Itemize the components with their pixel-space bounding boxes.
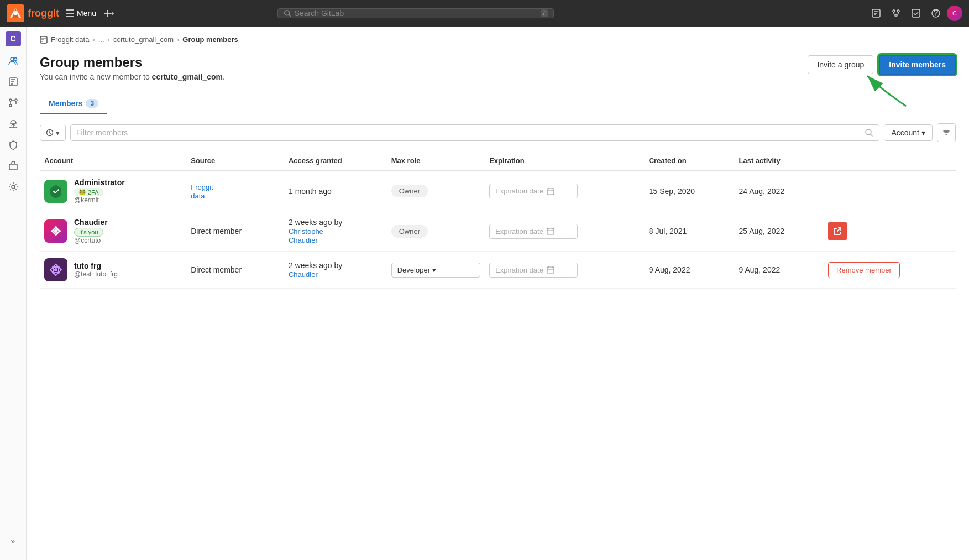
expiration-input-tuto[interactable]: Expiration date	[489, 263, 578, 278]
action-cell-tuto: Remove member	[824, 252, 956, 289]
sidebar-item-packages[interactable]	[3, 156, 23, 176]
member-account-cell: Chaudier It's you @ccrtuto	[40, 211, 186, 252]
action-cell-chaudier	[824, 211, 956, 252]
col-account: Account	[40, 151, 186, 171]
filter-search-box[interactable]	[70, 124, 879, 141]
remove-member-button[interactable]: Remove member	[828, 262, 900, 278]
header-actions-wrapper: Invite a group Invite members	[808, 55, 956, 75]
tabs: Members 3	[40, 95, 956, 114]
snippet-icon[interactable]	[867, 4, 885, 22]
member-info: tuto frg @test_tuto_frg	[44, 258, 182, 281]
col-max-role: Max role	[387, 151, 485, 171]
svg-point-12	[9, 99, 12, 101]
page-header-left: Group members You can invite a new membe…	[40, 55, 225, 81]
svg-point-4	[893, 10, 895, 12]
table-row: Administrator 🐸 2FA @kermit Frogg	[40, 171, 956, 211]
invite-group-button[interactable]: Invite a group	[808, 55, 873, 74]
role-dropdown-label-tuto: Developer	[397, 266, 430, 274]
member-info: Administrator 🐸 2FA @kermit	[44, 178, 182, 204]
logo[interactable]: froggit	[7, 4, 59, 22]
member-name-admin: Administrator	[74, 178, 125, 187]
source-cell-admin: Froggitdata	[186, 171, 284, 211]
table-row: tuto frg @test_tuto_frg Direct member 2 …	[40, 252, 956, 289]
sidebar-item-merge[interactable]	[3, 93, 23, 113]
filter-row: ▾ Account ▾	[40, 123, 956, 142]
invite-members-button[interactable]: Invite members	[879, 55, 956, 75]
col-access-granted: Access granted	[284, 151, 387, 171]
member-avatar-chaudier	[44, 219, 67, 243]
expiration-input-admin[interactable]: Expiration date	[489, 184, 578, 198]
svg-rect-15	[9, 164, 17, 170]
access-granted-cell-tuto: 2 weeks ago by Chaudier	[284, 252, 387, 289]
col-source: Source	[186, 151, 284, 171]
member-avatar-admin	[44, 180, 67, 203]
source-link-admin[interactable]: Froggitdata	[191, 183, 213, 200]
source-cell-chaudier: Direct member	[186, 211, 284, 252]
account-filter-arrow: ▾	[921, 128, 925, 137]
calendar-icon-admin	[547, 187, 554, 195]
merge-icon[interactable]	[887, 4, 905, 22]
nav-actions: C	[867, 4, 962, 22]
svg-point-27	[55, 234, 57, 236]
access-by-link-tuto[interactable]: Chaudier	[289, 270, 318, 279]
badge-you: It's you	[74, 228, 103, 237]
expiration-input-chaudier[interactable]: Expiration date	[489, 224, 578, 239]
created-on-cell-tuto: 9 Aug, 2022	[645, 252, 735, 289]
filter-input[interactable]	[76, 128, 861, 137]
role-dropdown-tuto[interactable]: Developer ▾	[391, 263, 480, 278]
svg-rect-21	[547, 189, 554, 195]
breadcrumb-ccrtuto[interactable]: ccrtuto_gmail_com	[113, 35, 174, 44]
subtitle-org: ccrtuto_gmail_com	[152, 72, 223, 81]
member-details-admin: Administrator 🐸 2FA @kermit	[74, 178, 125, 204]
svg-point-16	[12, 185, 15, 189]
member-details-tuto: tuto frg @test_tuto_frg	[74, 261, 118, 278]
member-username-tuto: @test_tuto_frg	[74, 270, 118, 278]
access-granted-cell-chaudier: 2 weeks ago by ChristopheChaudier	[284, 211, 387, 252]
top-navigation: froggit Menu /	[0, 0, 969, 27]
breadcrumb: Froggit data › ... › ccrtuto_gmail_com ›…	[40, 35, 956, 44]
source-cell-tuto: Direct member	[186, 252, 284, 289]
user-avatar[interactable]: C	[947, 6, 962, 21]
svg-point-31	[52, 266, 54, 268]
filter-history-button[interactable]: ▾	[40, 125, 66, 141]
subtitle-suffix: .	[223, 72, 225, 81]
sidebar-item-deploy[interactable]	[3, 114, 23, 134]
access-granted-text-tuto: 2 weeks ago by	[289, 261, 342, 270]
tab-members[interactable]: Members 3	[40, 95, 107, 114]
expiration-cell-chaudier: Expiration date	[485, 211, 645, 252]
page-header: Group members You can invite a new membe…	[40, 55, 956, 81]
svg-point-24	[51, 230, 53, 232]
breadcrumb-sep1: ›	[92, 35, 95, 44]
max-role-cell-admin: Owner	[387, 171, 485, 211]
search-input[interactable]	[295, 9, 537, 18]
redirect-button-chaudier[interactable]	[828, 222, 847, 240]
sidebar-item-settings[interactable]	[3, 177, 23, 197]
sidebar-group-letter[interactable]: C	[6, 31, 21, 46]
breadcrumb-froggit[interactable]: Froggit data	[51, 35, 89, 44]
svg-point-33	[52, 271, 54, 274]
source-text-tuto: Direct member	[191, 265, 242, 274]
menu-button[interactable]: Menu	[66, 9, 96, 18]
member-name-chaudier: Chaudier	[74, 218, 108, 227]
svg-rect-28	[547, 228, 554, 234]
role-dropdown-arrow-tuto: ▾	[432, 266, 436, 274]
add-button[interactable]	[101, 4, 118, 22]
svg-point-10	[14, 58, 17, 61]
sidebar-item-repo[interactable]	[3, 72, 23, 92]
badge-2fa-text: 2FA	[88, 189, 99, 196]
calendar-icon-tuto	[547, 266, 554, 274]
sidebar-item-security[interactable]	[3, 135, 23, 155]
breadcrumb-current: Group members	[182, 35, 238, 44]
access-by-link-chaudier[interactable]: ChristopheChaudier	[289, 227, 323, 244]
account-filter-button[interactable]: Account ▾	[884, 124, 933, 141]
last-activity-cell-tuto: 9 Aug, 2022	[735, 252, 824, 289]
global-search[interactable]: /	[277, 8, 554, 18]
search-icon	[284, 9, 291, 17]
sidebar-item-members[interactable]	[3, 51, 23, 71]
sort-button[interactable]	[937, 123, 956, 142]
todo-icon[interactable]	[907, 4, 925, 22]
svg-point-13	[9, 104, 12, 107]
main-content: Froggit data › ... › ccrtuto_gmail_com ›…	[27, 27, 969, 297]
tab-members-badge: 3	[86, 99, 98, 108]
help-icon[interactable]	[927, 4, 945, 22]
